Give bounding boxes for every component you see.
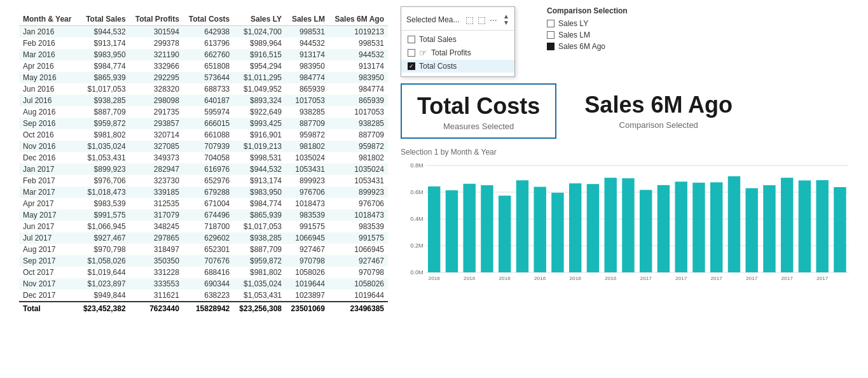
table-cell: 976706 [329,198,388,209]
table-cell: 865939 [286,83,329,95]
checkbox-icon [408,49,415,57]
table-cell: 991575 [286,221,329,232]
table-cell: 927467 [329,255,388,267]
table-cell: Aug 2016 [19,106,78,118]
dropdown-header-icons: ⬚ ⬚ ··· [465,15,497,25]
table-cell: 301594 [130,26,183,38]
svg-text:0.0M: 0.0M [410,269,423,276]
expand-icon: ⬚ [478,15,486,25]
table-cell: $959,872 [78,118,130,129]
bar [428,186,440,272]
bar [534,186,546,272]
table-cell: 944532 [329,49,388,60]
col-header: Sales LY [233,13,286,26]
bar-chart: 0.0M0.2M0.4M0.6M0.8M20162016201620162016… [401,159,855,286]
table-cell: 651808 [183,60,233,72]
table-cell: 671004 [183,198,233,209]
col-header: Total Costs [183,13,233,26]
table-cell: 983950 [286,60,329,72]
footer-cell: $23,452,382 [78,302,130,315]
table-cell: Jul 2016 [19,95,78,106]
bar [446,190,458,272]
footer-cell: 23501069 [286,302,329,315]
table-cell: $949,844 [78,290,130,302]
checkbox-icon [408,36,415,43]
table-cell: $981,802 [233,267,286,278]
table-cell: $938,285 [78,95,130,106]
table-cell: Feb 2016 [19,38,78,49]
table-cell: 984774 [286,72,329,83]
table-cell: 1017053 [286,95,329,106]
chart-area: Selection 1 by Month & Year 0.0M0.2M0.4M… [401,145,855,372]
more-icon: ··· [490,15,497,25]
table-cell: 913174 [286,49,329,60]
table-row: Sep 2017$1,058,026350350707676$959,87297… [19,255,388,267]
table-cell: 983539 [329,221,388,232]
table-cell: Oct 2017 [19,267,78,278]
footer-cell: Total [19,302,78,315]
svg-text:2017: 2017 [711,276,723,281]
table-cell: Jun 2016 [19,83,78,95]
bar [499,195,511,272]
table-cell: 299378 [130,38,183,49]
table-row: Jan 2016$944,532301594642938$1,024,70099… [19,26,388,38]
table-cell: $1,011,295 [233,72,286,83]
checkbox-icon [408,62,415,70]
table-cell: Apr 2017 [19,198,78,209]
table-row: Mar 2016$983,950321190662760$916,5159131… [19,49,388,60]
table-row: Feb 2017$976,706323730652976$913,1748999… [19,175,388,186]
table-cell: 998531 [329,38,388,49]
table-cell: $993,425 [233,118,286,129]
table-cell: $983,950 [233,186,286,198]
table-cell: 1019644 [329,290,388,302]
sort-arrows: ▲ ▼ [503,13,509,26]
top-area: Selected Mea... ⬚ ⬚ ··· ▲ ▼ Total Sales☞… [401,6,855,77]
table-cell: 998531 [286,26,329,38]
table-cell: 718700 [183,221,233,232]
table-cell: $1,023,897 [78,278,130,290]
table-cell: $1,017,053 [233,221,286,232]
table-cell: 887709 [286,118,329,129]
table-cell: $916,515 [233,49,286,60]
dropdown-item[interactable]: Total Costs [401,60,514,73]
dropdown-item[interactable]: Total Sales [401,33,514,46]
table-cell: 1058026 [329,278,388,290]
table-row: Jul 2017$927,467297865629602$938,2851066… [19,232,388,244]
table-cell: $1,035,024 [78,141,130,152]
table-row: Dec 2017$949,844311621638223$1,053,43110… [19,290,388,302]
table-cell: Jan 2017 [19,164,78,175]
table-cell: $944,532 [233,164,286,175]
table-cell: $1,024,700 [233,26,286,38]
table-cell: $887,709 [233,244,286,255]
table-cell: 913174 [329,60,388,72]
table-row: Feb 2016$913,174299378613796$989,9649445… [19,38,388,49]
table-cell: $970,798 [78,244,130,255]
measure-dropdown[interactable]: Selected Mea... ⬚ ⬚ ··· ▲ ▼ Total Sales☞… [401,6,515,77]
chart-title: Selection 1 by Month & Year [401,148,855,157]
table-cell: $938,285 [233,232,286,244]
table-row: Oct 2017$1,019,644331228688416$981,80210… [19,267,388,278]
comparison-item-label: Sales 6M Ago [558,42,605,51]
dropdown-item[interactable]: ☞ Total Profits [401,46,514,60]
bar [622,178,634,272]
table-cell: 332966 [130,60,183,72]
table-cell: $1,058,026 [78,255,130,267]
table-row: Jun 2017$1,066,945348245718700$1,017,053… [19,221,388,232]
table-cell: 595974 [183,106,233,118]
table-cell: 959872 [286,129,329,141]
bar [551,192,563,272]
table-cell: $1,049,952 [233,83,286,95]
table-cell: Nov 2016 [19,141,78,152]
table-cell: 652301 [183,244,233,255]
table-cell: 298098 [130,95,183,106]
table-cell: 1023897 [286,290,329,302]
kpi-secondary-label: Comparison Selected [584,120,733,130]
table-cell: 970798 [329,267,388,278]
bar [781,178,793,272]
table-cell: 690344 [183,278,233,290]
table-cell: 642938 [183,26,233,38]
table-cell: $976,706 [78,175,130,186]
kpi-primary-value: Total Costs [417,94,540,119]
table-cell: 291735 [130,106,183,118]
table-cell: 1017053 [329,106,388,118]
